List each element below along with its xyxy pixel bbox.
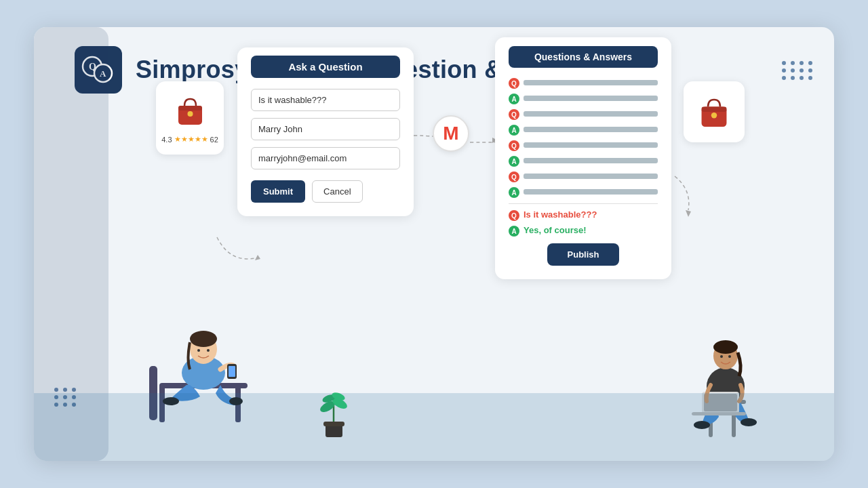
svg-rect-29: [323, 422, 344, 426]
qa-highlight-answer: Yes, of course!: [524, 225, 586, 235]
logo-icon: Q A: [77, 49, 119, 91]
svg-rect-18: [149, 366, 157, 420]
qa-row-4q: Q: [509, 171, 658, 182]
q-badge: Q: [509, 140, 519, 151]
qa-line: [524, 127, 658, 132]
rating-stars: ★★★★★: [174, 135, 208, 144]
svg-point-20: [163, 397, 179, 405]
q-badge: Q: [509, 78, 519, 89]
svg-rect-16: [159, 385, 165, 422]
a-badge-highlight: A: [509, 226, 519, 237]
qa-line: [524, 80, 658, 85]
review-count: 62: [210, 136, 218, 144]
qa-line: [524, 189, 658, 195]
svg-rect-46: [704, 394, 737, 411]
qa-panel-header: Questions & Answers: [509, 46, 658, 68]
ask-card-header: Ask a Question: [251, 56, 400, 78]
a-badge: A: [509, 187, 519, 198]
bag-icon-left: [172, 92, 209, 129]
woman-left-illustration: [122, 285, 278, 441]
woman-right-illustration: [665, 305, 780, 441]
q-badge-highlight: Q: [509, 210, 519, 221]
svg-marker-3: [686, 210, 691, 217]
a-badge: A: [509, 156, 519, 167]
main-card: Q A Simprosys Product Question & Answer …: [34, 27, 834, 461]
svg-rect-14: [702, 106, 727, 111]
product-rating: 4.3 ★★★★★ 62: [161, 135, 218, 144]
gmail-icon: M: [433, 115, 469, 152]
ask-question-card: Ask a Question Submit Cancel: [237, 47, 414, 216]
name-input[interactable]: [251, 118, 400, 140]
q-badge: Q: [509, 109, 519, 120]
qa-row-2q: Q: [509, 108, 658, 120]
plant-illustration: [315, 386, 353, 441]
a-badge: A: [509, 94, 519, 104]
svg-point-25: [207, 349, 210, 352]
qa-highlight-row-q: Q Is it washable???: [509, 209, 658, 221]
q-badge: Q: [509, 171, 519, 182]
submit-button[interactable]: Submit: [251, 180, 305, 203]
svg-point-24: [197, 349, 200, 352]
svg-point-44: [728, 355, 731, 358]
svg-point-42: [713, 340, 738, 354]
qa-line: [524, 158, 658, 163]
qa-row-3q: Q: [509, 140, 658, 151]
svg-point-21: [229, 397, 243, 405]
qa-line: [524, 174, 658, 179]
svg-point-43: [720, 355, 723, 358]
cancel-button[interactable]: Cancel: [312, 180, 362, 203]
qa-highlight-row-a: A Yes, of course!: [509, 225, 658, 237]
ask-form-buttons: Submit Cancel: [251, 180, 400, 203]
rating-value: 4.3: [161, 136, 172, 144]
email-input[interactable]: [251, 147, 400, 169]
svg-point-39: [694, 421, 710, 429]
qa-row-4a: A: [509, 186, 658, 198]
svg-text:A: A: [100, 68, 106, 79]
product-card-right: [684, 81, 745, 142]
qa-row-1a: A: [509, 93, 658, 104]
svg-point-23: [190, 331, 217, 347]
qa-row-1q: Q: [509, 77, 658, 89]
svg-point-40: [741, 418, 757, 426]
product-card-left: 4.3 ★★★★★ 62: [156, 81, 224, 155]
qa-row-3a: A: [509, 155, 658, 167]
qa-divider: [509, 203, 658, 204]
qa-line: [524, 96, 658, 101]
qa-row-2a: A: [509, 124, 658, 136]
svg-point-10: [187, 111, 193, 117]
gmail-m-letter: M: [443, 123, 458, 144]
logo-box: Q A: [75, 46, 122, 94]
question-input[interactable]: [251, 89, 400, 111]
svg-rect-27: [229, 366, 235, 377]
qa-line: [524, 142, 658, 148]
svg-marker-2: [255, 255, 260, 260]
bag-icon-right: [694, 90, 734, 134]
qa-panel: Questions & Answers Q A Q A Q A: [495, 37, 671, 279]
qa-line: [524, 111, 658, 117]
publish-button[interactable]: Publish: [547, 243, 620, 266]
decorative-dots-bl: [54, 388, 77, 407]
svg-point-13: [711, 113, 717, 118]
qa-highlight-question: Is it washable???: [524, 209, 597, 220]
decorative-dots-tr: [782, 61, 814, 80]
svg-rect-47: [692, 412, 746, 415]
a-badge: A: [509, 125, 519, 136]
svg-rect-11: [178, 106, 202, 110]
